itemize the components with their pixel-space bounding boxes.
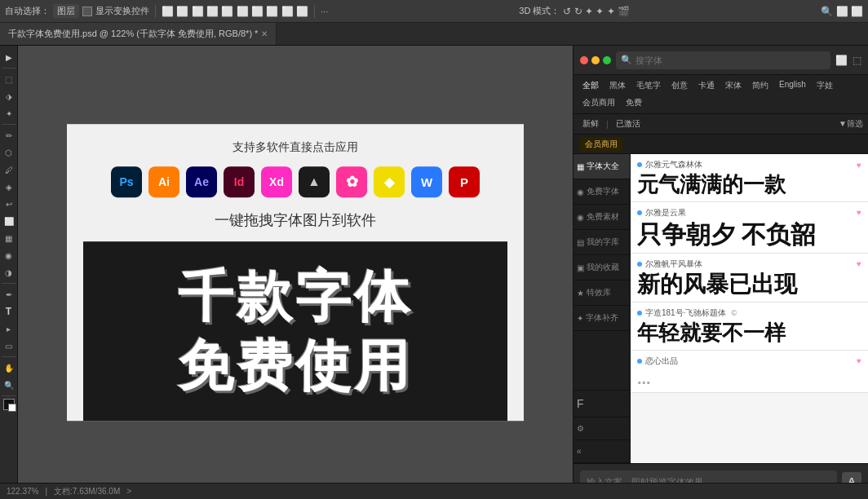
font-item-3-heart[interactable]: ♥ <box>857 259 861 268</box>
tool-shape[interactable]: ▭ <box>1 338 17 354</box>
side-nav-settings[interactable]: ⚙ <box>574 417 630 440</box>
app-icon-sketch[interactable]: ▲ <box>299 166 330 197</box>
toolbar-more[interactable]: ··· <box>321 7 328 16</box>
font-item-5-heart[interactable]: ♥ <box>857 356 861 365</box>
tool-fg-color[interactable] <box>3 399 15 410</box>
tool-type[interactable]: T <box>1 303 17 320</box>
side-nav-my-library[interactable]: ▤ 我的字库 <box>574 230 630 255</box>
font-item-1[interactable]: 尔雅元气森林体 ♥ 元气满满的一款 <box>631 154 868 202</box>
close-button[interactable] <box>580 56 588 64</box>
right-panel: 🔍 ⬜ ⬚ 全部 黑体 毛笔字 创意 卡通 宋体 简约 English 字娃 会… <box>573 46 868 499</box>
tool-marquee[interactable]: ⬚ <box>1 71 17 87</box>
app-icon-sketch2[interactable]: ◆ <box>374 166 405 197</box>
document-tab[interactable]: 千款字体免费使用.psd @ 122% (千款字体 免费使用, RGB/8*) … <box>0 23 277 45</box>
tool-eraser[interactable]: ⬜ <box>1 213 17 229</box>
font-item-5[interactable]: 恋心出品 ♥ ... <box>631 351 868 393</box>
tool-path-select[interactable]: ▸ <box>1 320 17 337</box>
font-item-2-preview[interactable]: 只争朝夕 不负韶 <box>637 221 861 248</box>
app-icon-id[interactable]: Id <box>224 166 255 197</box>
panel-icon-window[interactable]: ⬜ <box>835 55 848 66</box>
filter-song[interactable]: 宋体 <box>721 78 746 93</box>
side-nav-collapse[interactable]: « <box>574 440 630 463</box>
toolbar-transform-label: 显示变换控件 <box>95 5 149 17</box>
filter-sort-icon[interactable]: ▼筛选 <box>839 118 863 130</box>
font-item-1-name: 尔雅元气森林体 <box>645 159 702 170</box>
filter-activated[interactable]: 已激活 <box>612 117 644 131</box>
minimize-button[interactable] <box>591 56 600 64</box>
app-icon-ai[interactable]: Ai <box>148 166 179 197</box>
filter-ziwa[interactable]: 字娃 <box>813 78 837 93</box>
tool-dodge[interactable]: ◑ <box>1 264 17 280</box>
side-nav-my-collect-label: 我的收藏 <box>587 262 619 273</box>
side-nav-font-all[interactable]: ▦ 字体大全 <box>574 154 630 179</box>
filter-free[interactable]: 免费 <box>622 95 646 110</box>
filter-all[interactable]: 全部 <box>578 78 603 93</box>
maximize-button[interactable] <box>603 56 611 64</box>
font-item-3-preview[interactable]: 新的风暴已出现 <box>637 272 861 298</box>
font-item-5-preview[interactable]: ... <box>637 369 861 387</box>
vip-label[interactable]: 会员商用 <box>580 137 622 152</box>
app-icon-ppt[interactable]: P <box>449 166 480 197</box>
font-item-4-preview[interactable]: 年轻就要不一样 <box>637 321 861 345</box>
font-item-4-name: 字造181号·飞驰标题体 <box>645 307 726 319</box>
font-item-1-heart[interactable]: ♥ <box>857 161 861 170</box>
font-item-2[interactable]: 尔雅是云果 ♥ 只争朝夕 不负韶 <box>631 202 868 254</box>
search-bar[interactable]: 🔍 <box>616 51 830 69</box>
tool-lasso[interactable]: ⬗ <box>1 88 17 104</box>
font-item-2-heart[interactable]: ♥ <box>857 208 861 217</box>
side-nav-my-library-label: 我的字库 <box>587 236 619 248</box>
filter-vip[interactable]: 会员商用 <box>578 95 619 110</box>
filter-hei[interactable]: 黑体 <box>605 78 630 93</box>
filter-new[interactable]: 新鲜 <box>578 117 603 131</box>
filter-maobi[interactable]: 毛笔字 <box>632 78 665 93</box>
tool-hand[interactable]: ✋ <box>1 360 17 376</box>
search-input[interactable] <box>636 55 826 65</box>
app-icon-word[interactable]: W <box>411 166 442 197</box>
tool-divider1 <box>2 68 16 68</box>
side-nav-font-fill[interactable]: ✦ 字体补齐 <box>574 306 630 331</box>
tool-divider4 <box>2 356 16 357</box>
search-icon: 🔍 <box>621 55 632 65</box>
font-item-3-header: 尔雅帆平风暴体 ♥ <box>637 258 861 270</box>
app-icon-ae[interactable]: Ae <box>186 166 217 197</box>
toolbar-layer-type[interactable]: 图层 <box>53 4 79 18</box>
tool-blur[interactable]: ◉ <box>1 247 17 263</box>
tool-history[interactable]: ↩ <box>1 196 17 212</box>
app-icon-figma[interactable]: ✿ <box>336 166 367 197</box>
toolbar-transform-checkbox[interactable] <box>82 7 92 16</box>
tool-eyedropper[interactable]: ✏ <box>1 127 17 144</box>
side-nav-free-font[interactable]: ◉ 免费字体 <box>574 179 630 205</box>
side-nav-my-collect[interactable]: ▣ 我的收藏 <box>574 255 630 280</box>
font-item-1-preview[interactable]: 元气满满的一款 <box>637 173 861 197</box>
side-nav-free-asset[interactable]: ◉ 免费素材 <box>574 205 630 230</box>
support-text: 支持多软件直接点击应用 <box>232 140 358 155</box>
font-item-4[interactable]: 字造181号·飞驰标题体 © 年轻就要不一样 <box>631 302 868 351</box>
tool-gradient[interactable]: ▦ <box>1 230 17 246</box>
side-nav-collapse-icon: « <box>577 447 582 456</box>
font-item-4-copyright: © <box>731 309 737 317</box>
tool-magic[interactable]: ✦ <box>1 105 17 121</box>
side-nav-bottom-icon1[interactable]: F <box>574 390 630 417</box>
tab-close-icon[interactable]: ✕ <box>261 29 268 38</box>
filter-english[interactable]: English <box>775 78 810 93</box>
tool-stamp[interactable]: ◈ <box>1 179 17 195</box>
panel-icon-expand[interactable]: ⬚ <box>852 55 861 66</box>
status-doc-size: 文档:7.63M/36.0M <box>54 486 120 497</box>
side-nav-font-fill-icon: ✦ <box>577 314 583 323</box>
font-item-3[interactable]: 尔雅帆平风暴体 ♥ 新的风暴已出现 <box>631 254 868 303</box>
status-arrow[interactable]: > <box>126 487 131 496</box>
tool-heal[interactable]: ⬡ <box>1 144 17 161</box>
app-icon-ps[interactable]: Ps <box>111 166 142 197</box>
toolbar-right-icons: 🔍 ⬜ ⬜ <box>821 6 863 17</box>
tool-zoom[interactable]: 🔍 <box>1 377 17 393</box>
tool-pen[interactable]: ✒ <box>1 286 17 302</box>
tool-arrow[interactable]: ▶ <box>1 49 17 65</box>
side-nav-effects[interactable]: ★ 特效库 <box>574 280 630 306</box>
filter-chuangyi[interactable]: 创意 <box>667 78 692 93</box>
filter-jianyue[interactable]: 简约 <box>748 78 773 93</box>
filter-katong[interactable]: 卡通 <box>694 78 719 93</box>
tool-brush[interactable]: 🖊 <box>1 161 17 178</box>
app-icon-xd[interactable]: Xd <box>261 166 292 197</box>
font-list[interactable]: 尔雅元气森林体 ♥ 元气满满的一款 尔雅是云果 ♥ 只争朝夕 不负韶 尔雅帆平风… <box>631 154 868 463</box>
filter-row-2: 新鲜 | 已激活 ▼筛选 <box>574 114 868 135</box>
